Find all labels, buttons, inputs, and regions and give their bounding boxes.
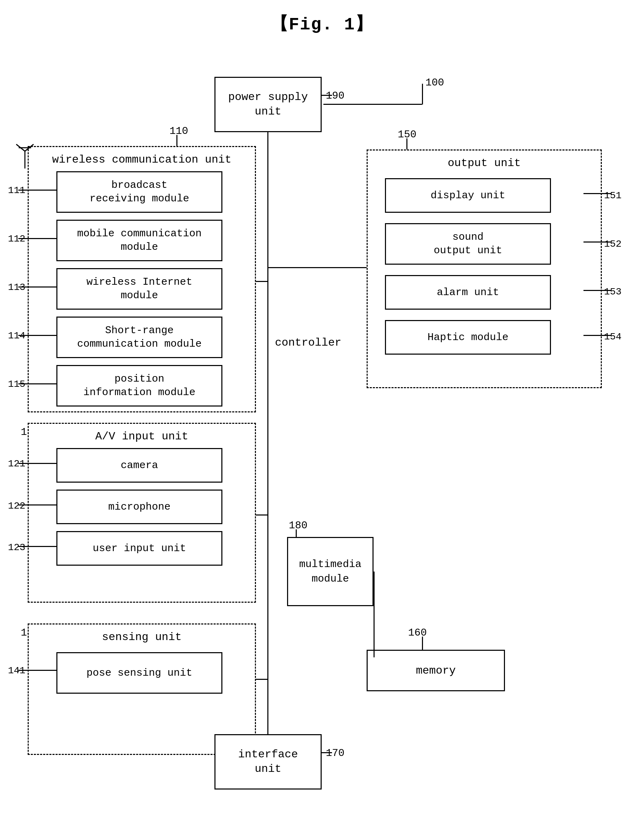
line-121 [18,463,56,464]
short-range-box: Short-range communication module [56,317,222,358]
multimedia-module-box: multimedia module [287,537,373,606]
line-av-ctrl [256,515,268,515]
diagram: power supply unit 190 100 controller 110… [0,39,644,830]
haptic-module-box: Haptic module [385,320,551,355]
display-unit-box: display unit [385,178,551,213]
line-152 [584,241,611,242]
ref-123: 123 [8,542,25,553]
line-180 [296,529,297,538]
memory-box: memory [367,650,505,691]
line-sensing-ctrl [256,679,268,680]
ref-160: 160 [408,627,427,639]
antenna-icon [14,141,35,168]
line-190 [322,95,332,96]
av-input-unit-box: A/V input unit camera 121 microphone 122… [28,423,256,603]
output-unit-box: output unit display unit 151 sound outpu… [367,149,602,388]
ref-153: 153 [604,287,622,297]
ref-122: 122 [8,501,25,512]
line-ctrl-output [268,267,367,268]
line-112 [18,238,56,239]
av-input-label: A/V input unit [95,430,188,443]
power-supply-unit-box: power supply unit [214,77,322,132]
ref-152: 152 [604,239,622,249]
output-unit-label: output unit [448,157,521,169]
line-160-v [422,637,423,651]
microphone-box: microphone [56,489,222,524]
line-115 [18,383,56,384]
controller-line [267,132,268,741]
pose-sensing-box: pose sensing unit [56,652,222,694]
line-123 [18,546,56,547]
ref-154: 154 [604,331,622,342]
ref-151: 151 [604,190,622,201]
line-151 [584,193,611,194]
position-info-box: position information module [56,365,222,407]
line-170 [322,752,332,753]
line-wc-ctrl [256,281,268,282]
page-title: 【Fig. 1】 [0,0,644,35]
user-input-box: user input unit [56,531,222,565]
wireless-internet-box: wireless Internet module [56,268,222,310]
ref-190: 190 [326,90,345,102]
line-mm-mem-v [373,572,375,657]
line-141 [18,670,56,671]
line-114 [18,335,56,336]
broadcast-box: broadcast receiving module [56,171,222,213]
alarm-unit-box: alarm unit [385,275,551,310]
ref-180: 180 [289,520,307,531]
line-100-h [323,104,422,105]
line-113 [18,287,56,288]
line-111 [18,190,56,191]
controller-text: controller [273,336,343,349]
line-154 [584,335,611,336]
wireless-comm-label: wireless communication unit [52,153,231,166]
mobile-comm-box: mobile communication module [56,220,222,261]
line-100-v [422,84,423,105]
wireless-comm-unit-box: wireless communication unit broadcast re… [28,146,256,412]
ref-100: 100 [426,77,444,89]
line-153 [584,290,611,291]
line-122 [18,504,56,505]
ref-170: 170 [326,747,345,759]
sound-output-box: sound output unit [385,223,551,265]
interface-unit-box: interface unit [214,734,322,789]
camera-box: camera [56,448,222,483]
sensing-unit-label: sensing unit [102,631,182,643]
ref-110: 110 [169,125,188,137]
